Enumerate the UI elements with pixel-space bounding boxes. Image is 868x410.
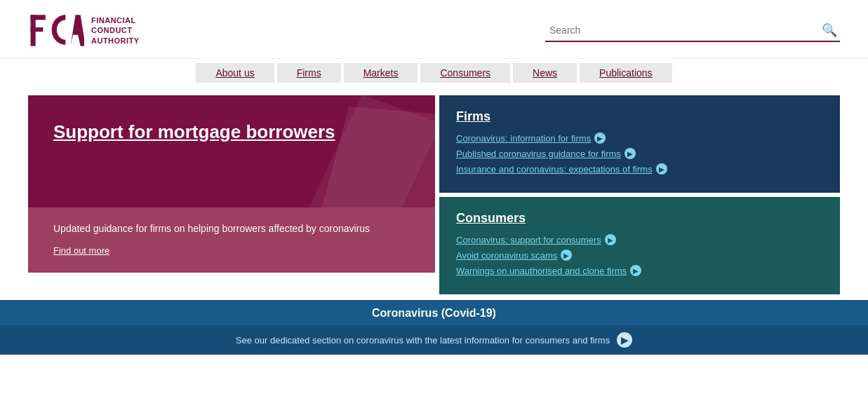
svg-rect-3	[31, 27, 44, 32]
consumers-panel: Consumers Coronavirus: support for consu…	[439, 197, 840, 294]
consumers-link-2-arrow: ▶	[561, 250, 572, 261]
covid-title: Coronavirus (Covid-19)	[0, 300, 868, 325]
search-icon[interactable]: 🔍	[819, 20, 840, 41]
right-panels: Firms Coronavirus: information for firms…	[439, 95, 840, 294]
nav-news[interactable]: News	[513, 63, 577, 83]
covid-arrow-icon[interactable]: ▶	[617, 332, 632, 348]
svg-rect-5	[74, 30, 82, 34]
logo-text: FINANCIAL CONDUCT AUTHORITY	[91, 15, 140, 46]
hero-subtitle: Updated guidance for firms on helping bo…	[53, 221, 410, 236]
svg-rect-2	[31, 15, 46, 20]
consumers-panel-title[interactable]: Consumers	[456, 211, 823, 226]
hero-section: Support for mortgage borrowers	[28, 95, 435, 207]
nav-consumers[interactable]: Consumers	[420, 63, 510, 83]
left-panel: Support for mortgage borrowers Updated g…	[28, 95, 435, 294]
nav-bar: About us Firms Markets Consumers News Pu…	[0, 58, 868, 90]
search-input[interactable]	[545, 22, 819, 39]
firms-link-2-arrow: ▶	[625, 148, 636, 159]
consumers-link-1[interactable]: Coronavirus: support for consumers ▶	[456, 234, 823, 245]
consumers-link-2[interactable]: Avoid coronavirus scams ▶	[456, 250, 823, 261]
find-out-more-link[interactable]: Find out more	[53, 245, 109, 256]
consumers-link-1-arrow: ▶	[605, 234, 616, 245]
nav-publications[interactable]: Publications	[580, 63, 672, 83]
logo-area: FINANCIAL CONDUCT AUTHORITY	[28, 11, 140, 50]
main-content: Support for mortgage borrowers Updated g…	[0, 95, 868, 294]
search-area: 🔍	[545, 20, 840, 42]
firms-panel-title[interactable]: Firms	[456, 109, 823, 124]
sub-section: Updated guidance for firms on helping bo…	[28, 207, 435, 273]
firms-link-1-arrow: ▶	[594, 132, 606, 144]
hero-title[interactable]: Support for mortgage borrowers	[53, 121, 410, 144]
firms-link-1[interactable]: Coronavirus: information for firms ▶	[456, 132, 823, 144]
consumers-link-3[interactable]: Warnings on unauthorised and clone firms…	[456, 265, 823, 276]
covid-subtitle: See our dedicated section on coronavirus…	[0, 325, 868, 355]
nav-firms[interactable]: Firms	[277, 63, 341, 83]
firms-link-3-arrow: ▶	[656, 163, 667, 175]
firms-link-2[interactable]: Published coronavirus guidance for firms…	[456, 148, 823, 159]
consumers-link-3-arrow: ▶	[630, 265, 641, 276]
firms-panel: Firms Coronavirus: information for firms…	[439, 95, 840, 193]
fca-logo[interactable]	[28, 11, 84, 50]
nav-markets[interactable]: Markets	[344, 63, 418, 83]
header: FINANCIAL CONDUCT AUTHORITY 🔍	[0, 0, 868, 58]
covid-banner: Coronavirus (Covid-19) See our dedicated…	[0, 300, 868, 355]
nav-about-us[interactable]: About us	[196, 63, 274, 83]
firms-link-3[interactable]: Insurance and coronavirus: expectations …	[456, 163, 823, 175]
